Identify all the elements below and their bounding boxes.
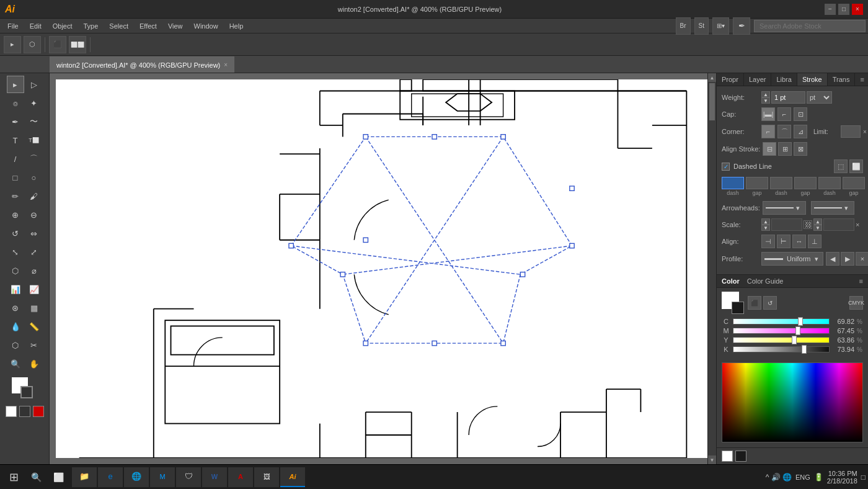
c-thumb[interactable] <box>798 317 803 326</box>
scale2-up[interactable]: ▲ <box>813 218 822 225</box>
red-swatch[interactable] <box>33 406 44 417</box>
minimize-button[interactable]: − <box>825 4 836 15</box>
taskbar-mail[interactable]: M <box>150 467 175 487</box>
taskbar-defender[interactable]: 🛡 <box>176 467 201 487</box>
arrange-btn[interactable]: ✒ <box>733 17 750 35</box>
scroll-thumb[interactable] <box>709 83 715 120</box>
rect-tool[interactable]: □ <box>7 169 24 186</box>
align-inside[interactable]: ⊞ <box>778 142 792 156</box>
background-color[interactable] <box>20 386 33 398</box>
dash1-input[interactable]: 2pt <box>722 177 744 189</box>
rotate-tool[interactable]: ↺ <box>7 225 24 242</box>
warp-tool[interactable]: ⌀ <box>25 262 43 279</box>
taskbar-app2[interactable]: 🖼 <box>254 467 279 487</box>
profile-dropdown[interactable]: Uniform ▾ <box>761 252 823 266</box>
paint-tool[interactable]: ✏ <box>7 187 24 205</box>
color-panel-menu[interactable]: ≡ <box>859 277 863 285</box>
document-tab[interactable]: winton2 [Converted].AI* @ 400% (RGB/GPU … <box>50 56 234 73</box>
weight-input[interactable] <box>771 91 805 104</box>
gap1-input[interactable] <box>746 177 768 189</box>
white-preset[interactable] <box>722 451 733 462</box>
column-graph[interactable]: ▦ <box>25 299 43 316</box>
type-tool[interactable]: T <box>7 132 24 149</box>
pen-tool[interactable]: ✒ <box>7 113 24 130</box>
symbol-tool[interactable]: ⊛ <box>7 299 24 316</box>
align-center[interactable]: ⊟ <box>763 142 776 156</box>
m-slider[interactable] <box>733 328 830 334</box>
anchor-add[interactable]: ⊕ <box>7 206 24 223</box>
cap-square[interactable]: ⊡ <box>794 107 807 121</box>
curvature-tool[interactable]: 〜 <box>25 113 43 130</box>
taskbar-explorer[interactable]: 📁 <box>72 467 97 487</box>
scroll-track[interactable] <box>708 82 716 455</box>
menu-edit[interactable]: Edit <box>25 21 46 31</box>
color-guide-tab[interactable]: Color Guide <box>747 277 784 285</box>
gap3-input[interactable] <box>843 177 865 189</box>
eyedropper[interactable]: 💧 <box>7 318 24 335</box>
align-arrow-1[interactable]: ⊣ <box>761 235 775 248</box>
scale-tool[interactable]: ⤡ <box>7 243 24 261</box>
shear-tool[interactable]: ⤢ <box>25 243 43 261</box>
blob-brush[interactable]: 🖌 <box>25 187 43 205</box>
corner-miter[interactable]: ⌐ <box>761 125 775 138</box>
align-arrow-4[interactable]: ⊥ <box>808 235 822 248</box>
scale-link[interactable]: ⛓ <box>804 220 812 229</box>
k-thumb[interactable] <box>802 345 807 354</box>
arrow-dropdown-2[interactable]: ▾ <box>844 204 848 212</box>
limit-input[interactable]: 10 <box>841 125 861 138</box>
gap2-input[interactable] <box>794 177 817 189</box>
arrow-dropdown-1[interactable]: ▾ <box>796 204 800 212</box>
menu-file[interactable]: File <box>2 21 24 31</box>
cap-butt[interactable]: |▬| <box>761 107 775 121</box>
tool-3[interactable]: ⬛ <box>49 36 66 53</box>
menu-help[interactable]: Help <box>224 21 249 31</box>
taskbar-notif[interactable]: □ <box>861 473 866 482</box>
color-mode-1[interactable]: ⬛ <box>748 296 761 310</box>
color-picker[interactable] <box>722 362 863 442</box>
dashed-checkbox[interactable] <box>722 163 730 171</box>
direct-select-tool[interactable]: ▷ <box>25 76 43 93</box>
dashed-style-2[interactable]: ⬜ <box>849 159 863 173</box>
area-type-tool[interactable]: T⬜ <box>25 132 43 149</box>
ellipse-tool[interactable]: ○ <box>25 169 43 186</box>
weight-up[interactable]: ▲ <box>761 91 770 97</box>
canvas-area[interactable]: ▲ ▼ <box>50 73 716 464</box>
align-outside[interactable]: ⊠ <box>794 142 807 156</box>
tab-properties[interactable]: Propr <box>717 73 744 86</box>
tab-libraries[interactable]: Libra <box>771 73 797 86</box>
bar-chart-tool[interactable]: 📈 <box>25 280 43 298</box>
dash2-input[interactable] <box>770 177 792 189</box>
taskbar-edge[interactable]: e <box>98 467 123 487</box>
tool-2[interactable]: ⬡ <box>24 36 41 53</box>
white-swatch[interactable] <box>6 406 17 417</box>
y-slider[interactable] <box>733 337 830 343</box>
task-view-button[interactable]: ⬜ <box>47 467 69 487</box>
dash3-input[interactable] <box>818 177 841 189</box>
corner-bevel[interactable]: ⊿ <box>794 125 807 138</box>
color-mode-2[interactable]: ↺ <box>763 296 777 310</box>
tool-4[interactable]: ⬜⬜ <box>69 36 86 53</box>
maximize-button[interactable]: □ <box>838 4 849 15</box>
black-preset[interactable] <box>735 451 746 462</box>
line-tool[interactable]: / <box>7 150 24 168</box>
profile-next[interactable]: ▶ <box>841 252 854 266</box>
scale1-down[interactable]: ▼ <box>761 225 770 231</box>
cap-round[interactable]: ⌐ <box>777 107 791 121</box>
blend-tool[interactable]: ⬡ <box>7 336 24 354</box>
lasso-tool[interactable]: ⌾ <box>7 94 24 112</box>
taskbar-acrobat[interactable]: A <box>228 467 253 487</box>
align-arrow-3[interactable]: ↔ <box>792 235 806 248</box>
corner-round[interactable]: ⌒ <box>777 125 791 138</box>
c-slider[interactable] <box>733 318 830 325</box>
start-button[interactable]: ⊞ <box>2 467 25 487</box>
scale1-input[interactable]: 100% <box>771 218 802 231</box>
tab-transform[interactable]: Trans <box>828 73 856 86</box>
taskbar-word[interactable]: W <box>202 467 227 487</box>
hand-tool[interactable]: ✋ <box>25 355 43 372</box>
menu-object[interactable]: Object <box>48 21 78 31</box>
reflect-tool[interactable]: ⇔ <box>25 225 43 242</box>
graph-tool[interactable]: 📊 <box>7 280 24 298</box>
tab-close[interactable]: × <box>224 61 228 68</box>
taskbar-illustrator[interactable]: Ai <box>280 467 305 487</box>
k-slider[interactable] <box>733 346 830 352</box>
